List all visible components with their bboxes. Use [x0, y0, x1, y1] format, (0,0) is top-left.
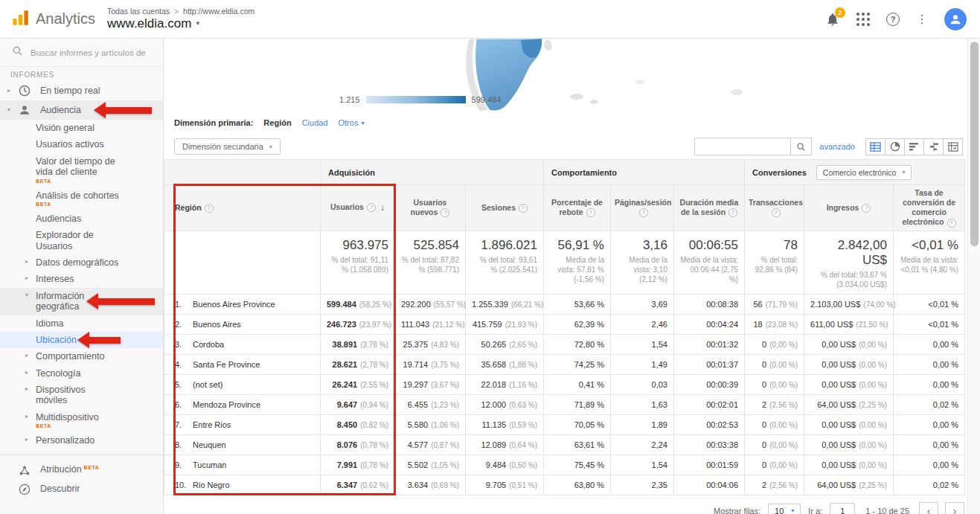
- sidebar-item-intereses[interactable]: ▸Intereses: [0, 271, 163, 287]
- help-icon[interactable]: ?: [519, 204, 528, 213]
- chevron-right-icon[interactable]: ▸: [25, 385, 36, 392]
- advanced-filter-link[interactable]: avanzado: [819, 142, 855, 151]
- help-icon[interactable]: ?: [862, 204, 871, 213]
- column-header-paginas-sesion[interactable]: Páginas/sesión?: [611, 185, 674, 231]
- table-row[interactable]: 1.Buenos Aires Province599.484(58,25 %)2…: [164, 294, 965, 314]
- performance-view-button[interactable]: [904, 138, 924, 155]
- sidebar-item-multidispositivo[interactable]: ▸MultidispositivoBETA: [0, 409, 163, 432]
- chevron-right-icon[interactable]: ▸: [25, 351, 36, 359]
- cell-region[interactable]: 4.Santa Fe Province: [164, 354, 321, 374]
- sidebar-item-en-tiempo-real[interactable]: ▸En tiempo real: [0, 81, 163, 100]
- sidebar-item-dispositivos-moviles[interactable]: ▸Dispositivos móviles: [0, 382, 163, 409]
- prev-page-button[interactable]: ‹: [919, 502, 938, 514]
- chevron-down-icon[interactable]: ▾: [7, 106, 18, 113]
- geo-map[interactable]: 1.215 599.484: [164, 39, 967, 112]
- help-icon[interactable]: ?: [441, 208, 449, 217]
- region-name[interactable]: Neuquen: [193, 440, 226, 449]
- table-row[interactable]: 4.Santa Fe Province28.621(2,78 %)19.714(…: [164, 354, 965, 374]
- region-name[interactable]: Mendoza Province: [193, 400, 260, 409]
- rows-per-page-select[interactable]: 10 ▾: [768, 504, 801, 514]
- sidebar-item-vision-general[interactable]: Visión general: [0, 120, 163, 136]
- ecommerce-selector[interactable]: Comercio electrónico ▾: [816, 165, 912, 180]
- sidebar-search[interactable]: [0, 39, 163, 67]
- column-header-ingresos[interactable]: Ingresos?: [804, 185, 894, 231]
- percentage-view-button[interactable]: [885, 138, 905, 155]
- comparison-view-button[interactable]: [923, 138, 944, 155]
- table-row[interactable]: 10.Rio Negro6.347(0,62 %)3.634(0,69 %)9.…: [164, 475, 965, 495]
- region-name[interactable]: Buenos Aires: [193, 320, 241, 329]
- pivot-view-button[interactable]: [943, 138, 963, 155]
- region-name[interactable]: Rio Negro: [193, 481, 230, 489]
- dimension-otros[interactable]: Otros: [339, 118, 359, 127]
- next-page-button[interactable]: ›: [945, 502, 964, 514]
- cell-region[interactable]: 8.Neuquen: [164, 434, 321, 454]
- sidebar-item-informacion-geografica[interactable]: ▾Información geográfica: [0, 288, 163, 315]
- report-search-input[interactable]: [31, 48, 150, 57]
- sidebar-item-descubrir[interactable]: Descubrir: [0, 480, 163, 499]
- cell-region[interactable]: 3.Cordoba: [164, 334, 321, 354]
- sidebar-item-explorador-de-usuarios[interactable]: Explorador de Usuarios: [0, 227, 163, 254]
- chevron-right-icon[interactable]: ▸: [25, 435, 36, 443]
- table-row[interactable]: 2.Buenos Aires246.723(23,97 %)111.043(21…: [164, 314, 965, 334]
- chevron-right-icon[interactable]: ▸: [25, 368, 36, 376]
- dimension-ciudad[interactable]: Ciudad: [302, 118, 328, 127]
- column-header-usuarios[interactable]: Usuarios?↓: [321, 185, 395, 231]
- column-header-region[interactable]: Región?: [164, 185, 321, 231]
- table-row[interactable]: 8.Neuquen8.076(0,78 %)4.577(0,87 %)12.08…: [164, 434, 965, 454]
- breadcrumb-accounts[interactable]: Todas las cuentas: [107, 7, 170, 16]
- cell-region[interactable]: 5.(not set): [164, 374, 321, 394]
- column-header-sesiones[interactable]: Sesiones?: [466, 185, 544, 231]
- table-row[interactable]: 7.Entre Rios8.450(0,82 %)5.580(1,06 %)11…: [164, 414, 965, 434]
- help-icon[interactable]: ?: [772, 208, 781, 217]
- sidebar-item-valor-del-tiempo-de-vida-del-cliente[interactable]: Valor del tiempo de vida del clienteBETA: [0, 153, 163, 187]
- cell-region[interactable]: 7.Entre Rios: [164, 414, 321, 434]
- help-icon[interactable]: ?: [639, 208, 648, 217]
- table-row[interactable]: 6.Mendoza Province9.647(0,94 %)6.455(1,2…: [164, 394, 965, 414]
- sidebar-item-audiencias[interactable]: Audiencias: [0, 211, 163, 227]
- sidebar-item-usuarios-activos[interactable]: Usuarios activos: [0, 136, 163, 152]
- more-options-button[interactable]: ⋮: [916, 12, 928, 26]
- vertical-scrollbar[interactable]: [967, 39, 980, 514]
- sidebar-item-tecnologia[interactable]: ▸Tecnología: [0, 365, 163, 382]
- table-row[interactable]: 9.Tucuman7.991(0,78 %)5.502(1,05 %)9.484…: [164, 454, 965, 475]
- sidebar-item-idioma[interactable]: Idioma: [0, 315, 163, 332]
- account-selector[interactable]: www.eldia.com ▾: [107, 16, 254, 31]
- dimension-region[interactable]: Región: [263, 118, 291, 127]
- table-search-button[interactable]: [791, 138, 812, 155]
- table-row[interactable]: 3.Cordoba38.891(3,78 %)25.375(4,83 %)50.…: [164, 334, 965, 354]
- cell-region[interactable]: 1.Buenos Aires Province: [164, 294, 321, 314]
- scrollbar-thumb[interactable]: [970, 42, 979, 246]
- breadcrumb-property[interactable]: http://www.eldia.com: [183, 7, 254, 16]
- sidebar-item-audiencia[interactable]: ▾Audiencia: [0, 100, 163, 120]
- table-row[interactable]: 5.(not set)26.241(2,55 %)19.297(3,67 %)2…: [164, 374, 965, 394]
- cell-region[interactable]: 6.Mendoza Province: [164, 394, 321, 414]
- chevron-right-icon[interactable]: ▸: [7, 87, 18, 94]
- column-header-duracion[interactable]: Duración media de la sesión?: [674, 185, 745, 231]
- sidebar-item-analisis-de-cohortes[interactable]: Análisis de cohortesBETA: [0, 187, 163, 211]
- column-header-tasa-conversion[interactable]: Tasa de conversión de comercio electróni…: [894, 185, 965, 231]
- chevron-right-icon[interactable]: ▸: [25, 257, 36, 265]
- help-icon[interactable]: ?: [947, 219, 956, 228]
- region-name[interactable]: Cordoba: [193, 340, 224, 349]
- help-icon[interactable]: ?: [205, 204, 214, 213]
- goto-page-input[interactable]: [830, 503, 855, 514]
- table-filter-input[interactable]: [694, 138, 791, 155]
- chevron-right-icon[interactable]: ▸: [25, 412, 36, 420]
- sidebar-item-datos-demograficos[interactable]: ▸Datos demográficos: [0, 254, 163, 271]
- column-header-rebote[interactable]: Porcentaje de rebote?: [544, 185, 611, 231]
- notifications-button[interactable]: 2: [825, 12, 840, 27]
- sidebar-item-atribucion[interactable]: AtribuciónBETA: [0, 460, 163, 480]
- help-icon[interactable]: ?: [367, 203, 376, 212]
- help-button[interactable]: ?: [886, 13, 900, 26]
- help-icon[interactable]: ?: [728, 208, 737, 217]
- region-name[interactable]: (not set): [193, 380, 222, 389]
- cell-region[interactable]: 9.Tucuman: [164, 454, 321, 475]
- sidebar-item-personalizado[interactable]: ▸Personalizado: [0, 432, 163, 449]
- column-header-usuarios-nuevos[interactable]: Usuarios nuevos?: [395, 185, 466, 231]
- chevron-right-icon[interactable]: ▸: [25, 274, 36, 281]
- cell-region[interactable]: 2.Buenos Aires: [164, 314, 321, 334]
- region-name[interactable]: Entre Rios: [193, 420, 231, 429]
- region-name[interactable]: Tucuman: [193, 460, 226, 469]
- table-view-button[interactable]: [865, 138, 885, 155]
- user-avatar[interactable]: [944, 8, 967, 30]
